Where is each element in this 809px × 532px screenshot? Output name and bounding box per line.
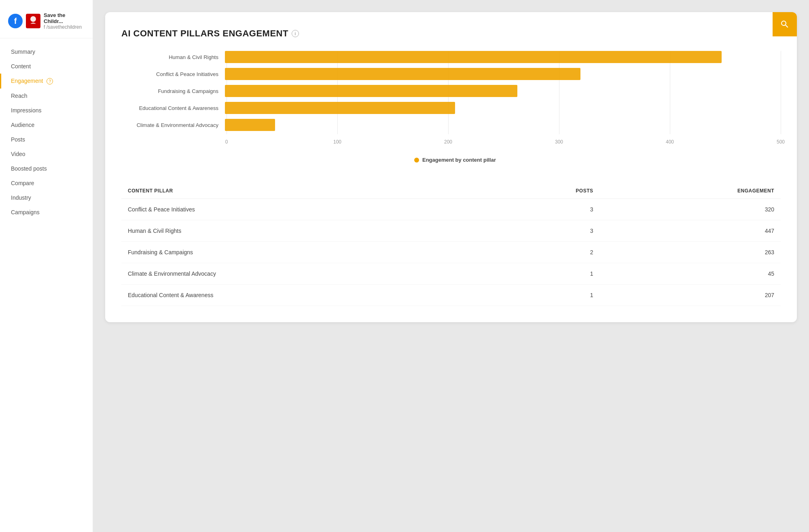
org-name: Save the Childr... [44,12,85,24]
sidebar-item-content[interactable]: Content [0,59,93,74]
bar-row: Human & Civil Rights [129,51,781,63]
sidebar-item-industry[interactable]: Industry [0,190,93,205]
sidebar-item-campaigns[interactable]: Campaigns [0,205,93,220]
bar-fill [225,51,722,63]
search-icon [780,19,790,29]
sidebar-item-summary[interactable]: Summary [0,44,93,59]
bar-fill [225,119,275,131]
sidebar-item-engagement[interactable]: Engagement ? [0,74,93,89]
table-cell-pillar: Fundraising & Campaigns [121,242,489,263]
bar-track [225,102,781,114]
bar-fill [225,85,517,97]
table-cell-posts: 2 [489,242,600,263]
info-icon[interactable]: i [292,30,299,37]
bar-label: Educational Content & Awareness [129,105,218,111]
sidebar-item-posts[interactable]: Posts [0,132,93,147]
sidebar-item-compare[interactable]: Compare [0,176,93,190]
sidebar-item-reach[interactable]: Reach [0,89,93,103]
bar-track [225,119,781,131]
bar-label: Conflict & Peace Initiatives [129,71,218,77]
table-cell-posts: 1 [489,263,600,285]
svg-point-0 [30,16,36,22]
table-cell-engagement: 447 [599,220,781,242]
main-content: AI CONTENT PILLARS ENGAGEMENT i Human & [93,0,809,532]
col-header-posts: POSTS [489,183,600,199]
sidebar-item-video[interactable]: Video [0,147,93,161]
bar-row: Conflict & Peace Initiatives [129,68,781,80]
table-cell-pillar: Conflict & Peace Initiatives [121,199,489,220]
content-card: AI CONTENT PILLARS ENGAGEMENT i Human & [105,12,797,322]
sidebar-nav: Summary Content Engagement ? Reach Impre… [0,44,93,220]
bar-label: Climate & Environmental Advocacy [129,122,218,128]
bar-track [225,68,781,80]
table-row: Fundraising & Campaigns2263 [121,242,781,263]
x-axis-label: 500 [777,139,785,145]
table-row: Climate & Environmental Advocacy145 [121,263,781,285]
search-button[interactable] [773,12,797,36]
table-row: Conflict & Peace Initiatives3320 [121,199,781,220]
table-cell-posts: 3 [489,199,600,220]
table-cell-engagement: 320 [599,199,781,220]
x-axis-label: 100 [333,139,341,145]
sidebar-item-audience[interactable]: Audience [0,118,93,132]
table-row: Human & Civil Rights3447 [121,220,781,242]
chart-legend: Engagement by content pillar [129,157,781,163]
bar-row: Fundraising & Campaigns [129,85,781,97]
org-logo [26,14,40,28]
org-info: Save the Childr... f /savethechildren [44,12,85,30]
help-icon[interactable]: ? [47,78,53,84]
x-axis: 0100200300400500 [227,139,781,149]
bar-track [225,85,781,97]
col-header-pillar: CONTENT PILLAR [121,183,489,199]
table-cell-pillar: Human & Civil Rights [121,220,489,242]
table-cell-pillar: Climate & Environmental Advocacy [121,263,489,285]
table-cell-posts: 1 [489,285,600,306]
sidebar-header: f Save the Childr... f /savethechildren [0,8,93,38]
bar-label: Human & Civil Rights [129,54,218,60]
facebook-icon: f [8,14,23,28]
chart-container: Human & Civil RightsConflict & Peace Ini… [121,51,781,163]
legend-dot [414,158,419,163]
x-axis-label: 0 [225,139,228,145]
bar-row: Climate & Environmental Advocacy [129,119,781,131]
x-axis-label: 300 [555,139,563,145]
table-body: Conflict & Peace Initiatives3320Human & … [121,199,781,306]
sidebar: f Save the Childr... f /savethechildren … [0,0,93,532]
chart-bars: Human & Civil RightsConflict & Peace Ini… [129,51,781,131]
col-header-engagement: ENGAGEMENT [599,183,781,199]
bar-row: Educational Content & Awareness [129,102,781,114]
x-axis-label: 200 [444,139,452,145]
table-row: Educational Content & Awareness1207 [121,285,781,306]
sidebar-item-impressions[interactable]: Impressions [0,103,93,118]
bar-label: Fundraising & Campaigns [129,88,218,94]
page-title: AI CONTENT PILLARS ENGAGEMENT i [121,28,781,39]
table-cell-pillar: Educational Content & Awareness [121,285,489,306]
table-cell-engagement: 263 [599,242,781,263]
sidebar-item-boosted-posts[interactable]: Boosted posts [0,161,93,176]
data-table: CONTENT PILLAR POSTS ENGAGEMENT Conflict… [121,183,781,306]
table-cell-engagement: 207 [599,285,781,306]
bar-fill [225,102,455,114]
table-cell-engagement: 45 [599,263,781,285]
bar-track [225,51,781,63]
legend-label: Engagement by content pillar [422,157,496,163]
x-axis-label: 400 [666,139,674,145]
table-cell-posts: 3 [489,220,600,242]
chart-wrapper: Human & Civil RightsConflict & Peace Ini… [129,51,781,149]
bar-fill [225,68,580,80]
org-handle: f /savethechildren [44,24,85,30]
table-header: CONTENT PILLAR POSTS ENGAGEMENT [121,183,781,199]
